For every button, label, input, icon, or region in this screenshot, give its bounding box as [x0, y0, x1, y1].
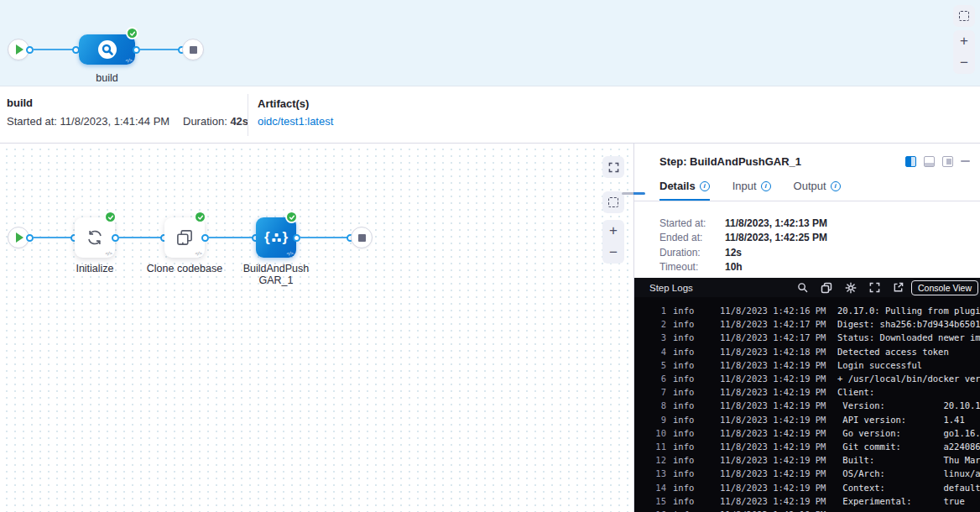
detail-value: 12s [725, 247, 742, 259]
panel-resize-handle[interactable] [622, 192, 645, 195]
log-message: Git commit: a224086 [837, 440, 980, 453]
stage-graph-banner: </> build + − [0, 0, 980, 86]
info-icon[interactable]: i [700, 181, 710, 191]
log-line-number: 15 [646, 494, 666, 508]
log-timestamp: 11/8/2023 1:42:19 PM [720, 372, 826, 385]
artifact-link[interactable]: oidc/test1:latest [258, 115, 333, 128]
log-level: info [673, 508, 696, 512]
step-node-clone-codebase[interactable]: </> [164, 217, 205, 258]
log-message: OS/Arch: linux/amd64 [837, 467, 980, 480]
log-line: 6 info 11/8/2023 1:42:19 PM + /usr/local… [646, 372, 980, 385]
log-line-number: 6 [646, 372, 666, 385]
log-message: Built: Thu Mar 24 01:45 [837, 453, 980, 467]
fullscreen-button[interactable] [602, 156, 624, 178]
edge-line [139, 49, 180, 50]
step-logs-console[interactable]: 1 info 11/8/2023 1:42:16 PM 20.17.0: Pul… [634, 297, 980, 512]
search-icon[interactable] [797, 282, 808, 293]
log-message: Go version: go1.16.15 [837, 426, 980, 440]
detail-row: Duration: 12s [659, 245, 980, 260]
layout-right-panel-icon[interactable] [942, 156, 953, 167]
zoom-controls: + − [602, 220, 624, 264]
log-timestamp: 11/8/2023 1:42:19 PM [720, 481, 826, 494]
tab-label: Output [794, 180, 826, 192]
edge-line [300, 237, 348, 238]
step-details-list: Started at: 11/8/2023, 1:42:13 PM Ended … [634, 201, 980, 278]
log-timestamp: 11/8/2023 1:42:19 PM [720, 426, 826, 440]
tab-input[interactable]: Input i [732, 180, 771, 201]
copy-icon[interactable] [821, 282, 832, 294]
log-message: + /usr/local/bin/docker version [837, 372, 980, 385]
success-check-icon [126, 27, 138, 39]
stage-node-build[interactable]: </> [79, 34, 135, 65]
conditional-execution-icon: </> [286, 250, 293, 256]
step-node-initialize[interactable]: </> [75, 217, 115, 258]
log-line: 7 info 11/8/2023 1:42:19 PM Client: [646, 385, 980, 399]
step-node-buildandpushgar[interactable]: { } </> [256, 217, 296, 258]
step-label-clone-codebase: Clone codebase [134, 263, 235, 274]
log-message: Detected access token [837, 345, 980, 358]
log-line-number: 1 [646, 304, 666, 317]
log-level: info [673, 317, 696, 331]
stage-duration: Duration: 42s [183, 115, 248, 128]
play-icon [16, 232, 23, 243]
tab-label: Input [732, 180, 757, 192]
log-line: 3 info 11/8/2023 1:42:17 PM Status: Down… [646, 331, 980, 344]
selection-mode-button[interactable] [602, 191, 624, 213]
gear-icon[interactable] [845, 282, 857, 294]
gar-braces-icon: { } [264, 229, 288, 246]
expand-icon[interactable] [869, 282, 880, 293]
zoom-in-button[interactable]: + [602, 220, 624, 242]
log-timestamp: 11/8/2023 1:42:19 PM [720, 440, 826, 453]
pipeline-end-node[interactable] [182, 39, 204, 60]
tab-output[interactable]: Output i [794, 180, 841, 201]
log-message: Client: [837, 385, 980, 399]
log-timestamp: 11/8/2023 1:42:19 PM [720, 413, 826, 426]
tab-label: Details [659, 180, 696, 192]
layout-bottom-panel-icon[interactable] [924, 156, 935, 167]
log-timestamp: 11/8/2023 1:42:18 PM [720, 345, 826, 358]
log-timestamp: 11/8/2023 1:42:17 PM [720, 331, 826, 344]
info-icon[interactable]: i [831, 181, 841, 191]
log-message: Status: Downloaded newer image for p [837, 331, 980, 344]
log-timestamp: 11/8/2023 1:42:19 PM [720, 453, 826, 467]
info-icon[interactable]: i [761, 181, 771, 191]
tab-details[interactable]: Details i [659, 180, 710, 201]
detail-row: Timeout: 10h [659, 260, 980, 275]
build-stage-icon [98, 40, 117, 59]
log-level: info [673, 399, 696, 412]
log-level: info [673, 345, 696, 358]
zoom-in-button[interactable]: + [953, 30, 975, 52]
edge-line [33, 237, 71, 238]
layout-left-panel-icon[interactable] [905, 156, 916, 167]
success-check-icon [104, 211, 117, 223]
log-level: info [673, 440, 696, 453]
execution-canvas[interactable]: </> </> { [0, 144, 633, 512]
selection-marquee-icon [608, 197, 618, 207]
console-view-button[interactable]: Console View [911, 280, 978, 295]
log-line: 13 info 11/8/2023 1:42:19 PM OS/Arch: li… [646, 467, 980, 480]
stage-info-title: build [7, 97, 33, 109]
selection-mode-button[interactable] [953, 5, 975, 27]
log-level: info [673, 372, 696, 385]
zoom-out-button[interactable]: − [953, 52, 975, 74]
graph-end-node[interactable] [351, 227, 373, 248]
zoom-controls: + − [953, 30, 975, 74]
log-line-number: 2 [646, 317, 666, 331]
log-line-number: 3 [646, 331, 666, 344]
log-line-number: 7 [646, 385, 666, 399]
log-line-number: 8 [646, 399, 666, 412]
log-level: info [673, 358, 696, 372]
minimize-icon[interactable] [961, 160, 970, 162]
log-line-number: 13 [646, 467, 666, 480]
log-message [837, 508, 980, 512]
clone-icon [174, 227, 195, 248]
logs-toolbar [797, 282, 904, 294]
log-line: 11 info 11/8/2023 1:42:19 PM Git commit:… [646, 440, 980, 453]
log-timestamp: 11/8/2023 1:42:19 PM [720, 467, 826, 480]
zoom-out-button[interactable]: − [602, 242, 624, 264]
open-external-icon[interactable] [893, 282, 904, 293]
detail-label: Started at: [659, 217, 725, 229]
log-timestamp: 11/8/2023 1:42:19 PM [720, 508, 826, 512]
duration-value: 42s [230, 115, 248, 128]
divider [248, 94, 248, 136]
